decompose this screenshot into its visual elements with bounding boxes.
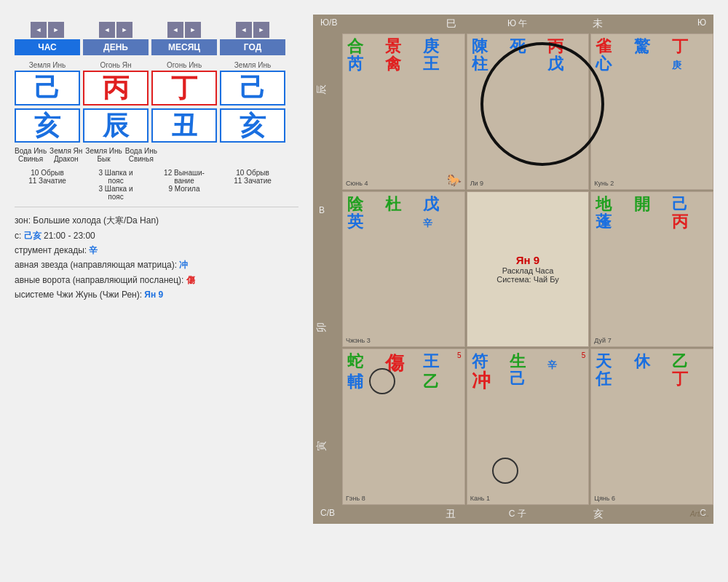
side-label-v: В — [319, 205, 325, 215]
day-label[interactable]: ДЕНЬ — [83, 39, 149, 55]
elem-label-0: Земля Инь — [15, 61, 80, 69]
info-value-s2: 21:00 - 23:00 — [44, 231, 95, 241]
year-label[interactable]: ГОД — [220, 39, 285, 55]
zhen3-c3: 戊 — [423, 196, 459, 212]
elem-label-2: Огонь Инь — [151, 61, 217, 69]
li9-c3: 丙 — [547, 39, 584, 55]
bot-char-2: 丑 — [171, 111, 197, 140]
info-label-inst: струмент декады: — [15, 245, 89, 255]
info-text-block: зон: Большие холода (大寒/Da Han) с: 己亥 21… — [15, 213, 298, 302]
prev-month-btn[interactable]: ◄ — [167, 22, 183, 38]
info-line-sys: ысистеме Чжи Жунь (Чжи Рен): Ян 9 — [15, 287, 298, 302]
zhen3-c2: 杜 — [385, 196, 422, 212]
li9-chars: 陳 死 丙 柱 戊 — [472, 39, 585, 72]
gen8-chars: 蛇 傷 王 輔 乙 — [347, 354, 460, 390]
qian6-c3: 乙 — [672, 354, 708, 370]
zhen3-c4: 英 — [347, 214, 384, 230]
qian6-c6: 丁 — [672, 371, 708, 387]
dir-label-chou: 丑 — [446, 508, 456, 521]
palace-xun4: 合 景 庚 芮 禽 王 Сюнь 4 🐎 — [342, 33, 465, 190]
li9-c6: 戊 — [547, 56, 584, 72]
elem-desc-1: Земля ЯнДракон — [50, 147, 82, 167]
dui7-chars: 地 開 己 蓬 丙 — [596, 196, 708, 230]
palace-qian6: 天 休 乙 任 丁 Цянь 6 — [590, 348, 713, 505]
prev-year-btn[interactable]: ◄ — [236, 22, 252, 38]
kan1-c2: 生 — [510, 354, 546, 370]
side-label-mao: 卯 — [315, 322, 328, 332]
info-line-gate: авные ворота (направляющий посланец): 傷 — [15, 273, 298, 287]
top-char-3: 己 — [240, 73, 266, 103]
palace-kun2: 雀 驚 丁 心 庚 Кунь 2 — [590, 33, 713, 190]
month-label[interactable]: МЕСЯЦ — [151, 39, 217, 55]
hour-label[interactable]: ЧАС — [15, 39, 80, 55]
nav-section: ◄ ► ЧАС ◄ ► ДЕНЬ ◄ ► МЕСЯЦ ◄ ► ГОД — [15, 22, 298, 55]
gen8-c4: 輔 — [347, 374, 384, 390]
palace-li9: 陳 死 丙 柱 戊 Ли 9 — [467, 33, 590, 190]
dir-label-si: 巳 — [446, 17, 456, 31]
kun2-c4: 心 — [596, 56, 632, 72]
zhen3-c5-empty — [385, 214, 422, 230]
next-year-btn[interactable]: ► — [253, 22, 269, 38]
prev-day-btn[interactable]: ◄ — [99, 22, 115, 38]
pillar-bot-2: 丑 — [151, 108, 217, 143]
qian6-c5-empty — [634, 371, 670, 387]
dui7-c1: 地 — [596, 196, 632, 212]
xun4-c2: 景 — [385, 39, 422, 55]
info-value-zon: Большие холода (大寒/Da Han) — [33, 215, 159, 226]
left-side-labels: 辰 В 卯 寅 — [317, 33, 327, 505]
dir-label-wei: 未 — [593, 17, 603, 31]
next-day-btn[interactable]: ► — [116, 22, 132, 38]
qian6-chars: 天 休 乙 任 丁 — [596, 354, 708, 387]
dui7-c6: 丙 — [672, 214, 708, 230]
dui7-c5-empty — [634, 214, 670, 230]
gen8-name: Гэнь 8 — [346, 495, 365, 502]
xun4-name: Сюнь 4 — [346, 180, 368, 187]
gen8-c5-empty — [385, 374, 422, 390]
next-month-btn[interactable]: ► — [185, 22, 201, 38]
bottom-chars-row: 亥 辰 丑 亥 — [15, 108, 298, 143]
info-value-sys: Ян 9 — [144, 290, 163, 300]
center-line2: Система: Чай Бу — [496, 275, 559, 284]
nav-group-hour: ◄ ► ЧАС — [15, 22, 80, 55]
kan1-name: Кань 1 — [470, 495, 490, 502]
nav-arrows-month: ◄ ► — [167, 22, 201, 38]
palace-grid: 辰 В 卯 寅 合 景 庚 芮 禽 王 Сюнь 4 🐎 — [342, 33, 713, 505]
info-line-zon: зон: Большие холода (大寒/Da Han) — [15, 213, 298, 228]
info-label-s: с: — [15, 231, 24, 241]
next-hour-btn[interactable]: ► — [48, 22, 64, 38]
kun2-c1: 雀 — [596, 39, 632, 55]
prev-hour-btn[interactable]: ◄ — [31, 22, 47, 38]
kan1-c4: 冲 — [472, 371, 508, 390]
small-circle-chong — [492, 458, 518, 484]
zhen3-chars: 陰 杜 戊 英 辛 — [347, 196, 460, 230]
info-line-s: с: 己亥 21:00 - 23:00 — [15, 228, 298, 243]
center-title: Ян 9 — [516, 254, 539, 266]
qian6-c4: 任 — [596, 371, 632, 387]
pillar-bot-0: 亥 — [15, 108, 80, 143]
center-line1: Расклад Часа — [502, 266, 554, 275]
kan1-num: 5 — [582, 351, 586, 359]
info-label-gate: авные ворота (направляющий посланец): — [15, 275, 186, 285]
pillar-top-0: 己 — [15, 71, 80, 105]
palace-gen8: 5 蛇 傷 王 輔 乙 Гэнь 8 — [342, 348, 465, 505]
kan1-chars: 符 生 辛 冲 己 — [472, 354, 585, 390]
xun4-chars: 合 景 庚 芮 禽 王 — [347, 39, 460, 72]
kun2-chars: 雀 驚 丁 心 庚 — [596, 39, 708, 72]
xun4-icon: 🐎 — [447, 173, 462, 187]
info-line-inst: струмент декады: 辛 — [15, 243, 298, 258]
dui7-c2: 開 — [634, 196, 670, 212]
dui7-c3: 己 — [672, 196, 708, 212]
bottom-dir-labels: С/В 丑 С 子 亥 С — [313, 508, 713, 521]
info-value-inst: 辛 — [89, 245, 98, 255]
info-label-sys: ысистеме Чжи Жунь (Чжи Рен): — [15, 290, 144, 300]
nav-group-year: ◄ ► ГОД — [220, 22, 285, 55]
side-label-yin: 寅 — [315, 441, 328, 451]
info-line-star: авная звезда (направляющая матрица): 冲 — [15, 258, 298, 272]
nav-group-day: ◄ ► ДЕНЬ — [83, 22, 149, 55]
nav-group-month: ◄ ► МЕСЯЦ — [151, 22, 217, 55]
elem-label-1: Огонь Ян — [83, 61, 149, 69]
dir-label-c: С 子 — [509, 508, 526, 521]
gen8-num: 5 — [457, 351, 462, 359]
info-label-zon: зон: — [15, 215, 33, 226]
side-label-chen: 辰 — [315, 84, 328, 95]
